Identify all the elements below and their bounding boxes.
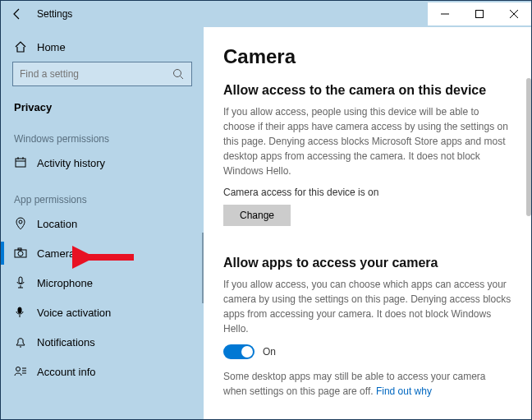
maximize-icon — [475, 10, 484, 18]
svg-rect-14 — [19, 277, 22, 284]
svg-rect-1 — [476, 11, 484, 18]
sidebar-item-location[interactable]: Location — [1, 209, 204, 238]
section-app-permissions: App permissions — [1, 189, 204, 209]
search-icon — [172, 67, 185, 81]
change-button[interactable]: Change — [223, 205, 291, 226]
home-label: Home — [37, 41, 66, 53]
close-icon — [510, 10, 518, 18]
search-input-wrap[interactable] — [12, 62, 192, 86]
minimize-icon — [441, 10, 449, 18]
account-icon — [14, 365, 27, 378]
arrow-left-icon — [11, 7, 24, 21]
content-pane: Camera Allow access to the camera on thi… — [204, 27, 531, 419]
sidebar-item-label: Account info — [37, 366, 96, 378]
home-icon — [14, 40, 27, 53]
close-button[interactable] — [497, 2, 531, 25]
content-scrollbar[interactable] — [526, 78, 531, 216]
section2-note: Some desktop apps may still be able to a… — [223, 369, 511, 399]
svg-line-5 — [181, 76, 184, 80]
location-icon — [14, 217, 27, 230]
minimize-button[interactable] — [428, 2, 462, 25]
back-button[interactable] — [1, 7, 34, 21]
page-title: Camera — [223, 45, 511, 68]
section2-title: Allow apps to access your camera — [223, 256, 511, 270]
svg-rect-13 — [18, 248, 21, 250]
svg-point-12 — [18, 252, 23, 256]
notifications-icon — [14, 335, 27, 348]
sidebar-item-label: Microphone — [37, 277, 93, 289]
category-label: Privacy — [1, 96, 204, 128]
svg-rect-15 — [18, 307, 21, 313]
history-icon — [14, 156, 27, 169]
svg-rect-6 — [16, 159, 25, 167]
section1-body: If you allow access, people using this d… — [223, 104, 511, 178]
sidebar-home[interactable]: Home — [1, 34, 204, 62]
camera-icon — [14, 247, 27, 260]
sidebar-item-activity-history[interactable]: Activity history — [1, 148, 204, 178]
sidebar-item-label: Activity history — [37, 157, 105, 169]
sidebar-item-notifications[interactable]: Notifications — [1, 327, 204, 357]
search-input[interactable] — [20, 68, 172, 80]
sidebar-item-account-info[interactable]: Account info — [1, 357, 204, 386]
sidebar: Home Privacy Windows permissions Activit… — [1, 27, 204, 419]
section1-title: Allow access to the camera on this devic… — [223, 83, 511, 98]
sidebar-item-voice-activation[interactable]: Voice activation — [1, 298, 204, 327]
toggle-state-label: On — [263, 346, 276, 358]
section2-body: If you allow access, you can choose whic… — [223, 277, 511, 336]
find-out-why-link[interactable]: Find out why — [376, 385, 432, 397]
camera-access-status: Camera access for this device is on — [223, 187, 511, 198]
sidebar-item-label: Notifications — [37, 336, 95, 348]
sidebar-item-microphone[interactable]: Microphone — [1, 268, 204, 298]
voice-icon — [14, 306, 27, 319]
svg-point-10 — [19, 220, 22, 224]
window-title: Settings — [34, 8, 72, 20]
sidebar-item-label: Camera — [37, 247, 75, 260]
apps-access-toggle[interactable] — [223, 344, 255, 359]
svg-point-18 — [16, 367, 21, 372]
maximize-button[interactable] — [462, 2, 497, 25]
section-windows-permissions: Windows permissions — [1, 128, 204, 148]
sidebar-item-camera[interactable]: Camera — [1, 238, 204, 268]
sidebar-item-label: Location — [37, 218, 77, 230]
svg-point-4 — [174, 70, 181, 77]
microphone-icon — [14, 276, 27, 289]
sidebar-item-label: Voice activation — [37, 307, 111, 319]
